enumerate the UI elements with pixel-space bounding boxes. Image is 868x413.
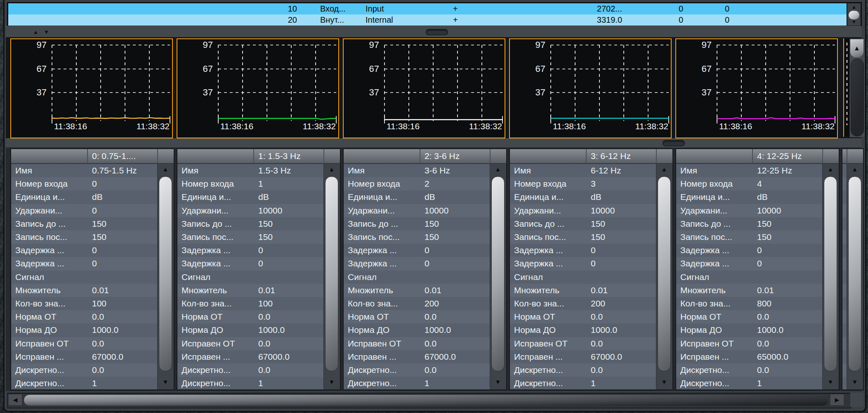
property-value[interactable]: 150 xyxy=(757,219,771,229)
property-row[interactable]: Дискретно... xyxy=(842,377,847,390)
property-row[interactable]: Кол-во зна...100 xyxy=(11,297,157,310)
property-value[interactable]: 1 xyxy=(258,378,263,388)
property-row[interactable]: Задержка ...0 xyxy=(510,244,656,257)
property-row[interactable]: Запись пос...150 xyxy=(177,230,323,244)
property-value[interactable]: 0.0 xyxy=(757,365,769,375)
property-value[interactable]: dB xyxy=(92,192,103,202)
chart-panel-0[interactable]: 97673711:38:1611:38:32 xyxy=(10,38,173,138)
property-row[interactable]: Имя1.5-3 Hz xyxy=(177,164,323,177)
property-row[interactable]: Ударжани...10000 xyxy=(676,204,822,217)
property-row[interactable]: Единица и...dB xyxy=(344,190,490,204)
property-row[interactable]: Задержка ...0 xyxy=(676,244,822,257)
property-row[interactable]: Норма ДО1000.0 xyxy=(344,323,490,337)
property-value[interactable]: 0 xyxy=(92,245,97,255)
property-value[interactable]: 0 xyxy=(757,259,762,268)
property-row[interactable]: Запись пос...150 xyxy=(510,230,656,244)
property-row[interactable]: Исправен ...67000.0 xyxy=(11,350,157,363)
property-value[interactable]: 12-25 Hz xyxy=(757,166,792,176)
property-value[interactable]: 10000 xyxy=(425,206,448,216)
property-value[interactable]: 0 xyxy=(757,245,762,255)
property-row[interactable]: Задержка ... xyxy=(842,257,847,270)
property-value[interactable]: 1000.0 xyxy=(757,325,783,335)
property-row[interactable]: Единица и... xyxy=(842,190,847,204)
panel-scrollbar[interactable]: ▲▼ xyxy=(656,164,672,388)
property-row[interactable]: Дискретно...0.0 xyxy=(177,363,323,377)
panel-scrollbar[interactable]: ▲▼ xyxy=(490,164,506,388)
property-value[interactable]: 67000.0 xyxy=(425,352,456,362)
property-value[interactable]: 0.01 xyxy=(258,285,275,295)
property-row[interactable]: Номер входа4 xyxy=(676,177,822,190)
property-value[interactable]: 3-6 Hz xyxy=(425,166,450,176)
property-row[interactable]: Дискретно... xyxy=(842,363,847,377)
property-row[interactable]: Задержка ...0 xyxy=(344,244,490,257)
property-value[interactable]: 0.0 xyxy=(425,365,436,375)
property-row[interactable]: Дискретно...0.0 xyxy=(510,363,656,377)
scroll-down-icon[interactable]: ▼ xyxy=(324,378,340,385)
property-row[interactable]: Запись до ...150 xyxy=(11,217,157,230)
property-row[interactable]: Исправен ...67000.0 xyxy=(177,350,323,363)
property-value[interactable]: 0 xyxy=(92,206,97,216)
property-row[interactable]: Норма ОТ0.0 xyxy=(11,310,157,323)
scroll-up-icon[interactable]: ▲ xyxy=(324,166,340,173)
table-row[interactable]: 10Вход...Input+2702...00 xyxy=(8,3,847,14)
property-value[interactable]: 0.0 xyxy=(92,312,104,322)
property-value[interactable]: 100 xyxy=(92,299,106,309)
property-row[interactable]: Исправен ОТ xyxy=(842,337,847,350)
table-splitter-bar[interactable]: ▲ ▼ xyxy=(6,26,861,38)
property-row[interactable]: Множитель0.01 xyxy=(11,284,157,297)
property-value[interactable]: 1 xyxy=(92,378,97,388)
property-row[interactable]: Задержка ...0 xyxy=(177,244,323,257)
property-value[interactable]: 200 xyxy=(591,299,605,309)
property-row[interactable]: Задержка ...0 xyxy=(11,244,157,257)
scroll-up-icon[interactable]: ▲ xyxy=(847,166,863,173)
property-value[interactable]: 0.0 xyxy=(92,339,104,349)
property-value[interactable]: 1 xyxy=(591,378,596,388)
property-row[interactable]: Запись пос...150 xyxy=(11,230,157,244)
property-value[interactable]: 0 xyxy=(425,259,429,268)
property-value[interactable]: 0.0 xyxy=(591,339,603,349)
property-value[interactable]: 150 xyxy=(425,232,439,242)
property-row[interactable]: Дискретно...1 xyxy=(510,377,656,390)
property-row[interactable]: Исправен ...67000.0 xyxy=(510,350,656,363)
property-value[interactable]: 0.0 xyxy=(92,365,104,375)
property-row[interactable]: Единица и...dB xyxy=(11,190,157,204)
scroll-up-icon[interactable]: ▲ xyxy=(656,166,672,173)
property-value[interactable]: 0.0 xyxy=(591,312,603,322)
scroll-thumb[interactable] xyxy=(848,176,861,371)
property-row[interactable]: Кол-во зна...100 xyxy=(177,297,323,310)
property-row[interactable]: Номер входа xyxy=(842,177,847,190)
property-row[interactable]: Норма ДО1000.0 xyxy=(676,323,822,337)
scroll-down-icon[interactable]: ▼ xyxy=(847,378,863,385)
property-value[interactable]: 800 xyxy=(757,299,771,309)
scroll-down-icon[interactable]: ▼ xyxy=(158,378,173,385)
property-value[interactable]: dB xyxy=(757,192,768,202)
property-value[interactable]: 150 xyxy=(591,232,605,242)
property-row[interactable]: Норма ДО xyxy=(842,323,847,337)
property-row[interactable]: Норма ДО1000.0 xyxy=(510,323,656,337)
property-value[interactable]: 150 xyxy=(591,219,605,229)
property-row[interactable]: Норма ДО1000.0 xyxy=(177,323,323,337)
property-value[interactable]: 0.01 xyxy=(757,285,774,295)
property-row[interactable]: Кол-во зна...800 xyxy=(676,297,822,310)
property-value[interactable]: 0.0 xyxy=(425,339,436,349)
property-value[interactable]: 0.75-1.5 Hz xyxy=(92,166,137,176)
property-row[interactable]: Сигнал xyxy=(11,271,157,284)
property-value[interactable]: 1000.0 xyxy=(92,325,118,335)
property-row[interactable]: Ударжани...10000 xyxy=(344,204,490,217)
property-row[interactable]: Дискретно...0.0 xyxy=(676,363,822,377)
property-value[interactable]: 150 xyxy=(258,219,273,229)
scroll-thumb[interactable] xyxy=(24,394,829,406)
property-value[interactable]: dB xyxy=(425,192,435,202)
charts-splitter-bar[interactable] xyxy=(6,138,861,148)
property-row[interactable]: Имя3-6 Hz xyxy=(344,164,490,177)
property-value[interactable]: 10000 xyxy=(757,206,781,216)
property-value[interactable]: 6-12 Hz xyxy=(591,166,621,176)
scroll-up-icon[interactable]: ▲ xyxy=(847,4,861,10)
property-value[interactable]: 150 xyxy=(92,219,106,229)
panel-scrollbar[interactable]: ▲▼ xyxy=(822,164,838,388)
property-value[interactable]: 200 xyxy=(425,299,439,309)
property-row[interactable]: Кол-во зна...200 xyxy=(510,297,656,310)
property-value[interactable]: 4 xyxy=(757,179,762,189)
property-row[interactable]: Ударжани...10000 xyxy=(510,204,656,217)
splitter-handle[interactable] xyxy=(663,140,685,147)
